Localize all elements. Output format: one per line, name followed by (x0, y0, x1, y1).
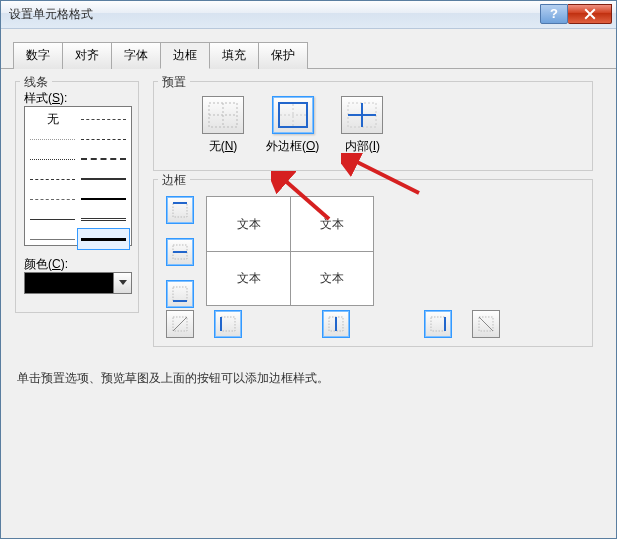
style-label: 样式(S): (24, 90, 67, 107)
border-left-button[interactable] (214, 310, 242, 338)
preset-outline-label: 外边框(O) (266, 138, 319, 155)
line-style-11[interactable] (78, 209, 129, 229)
chevron-down-icon (119, 280, 127, 286)
preset-outline-button[interactable] (272, 96, 314, 134)
help-button[interactable]: ? (540, 4, 568, 24)
border-right-button[interactable] (424, 310, 452, 338)
line-style-2[interactable] (27, 129, 78, 149)
preview-cell-br: 文本 (290, 251, 373, 305)
line-style-7[interactable] (78, 169, 129, 189)
hint-text: 单击预置选项、预览草图及上面的按钮可以添加边框样式。 (17, 370, 329, 387)
preview-cell-tl: 文本 (207, 197, 290, 251)
tab-fill[interactable]: 填充 (209, 42, 259, 69)
preset-none-label: 无(N) (209, 138, 238, 155)
border-hmiddle-button[interactable] (166, 238, 194, 266)
titlebar: 设置单元格格式 ? (1, 1, 616, 29)
border-vmiddle-icon (327, 315, 345, 333)
border-vmiddle-button[interactable] (322, 310, 350, 338)
border-label: 边框 (158, 172, 190, 189)
svg-rect-21 (431, 317, 445, 331)
tab-number[interactable]: 数字 (13, 42, 63, 69)
border-right-icon (429, 315, 447, 333)
svg-rect-13 (173, 287, 187, 301)
preset-inside-label: 内部(I) (345, 138, 380, 155)
color-label: 颜色(C): (24, 256, 68, 273)
tab-border[interactable]: 边框 (160, 42, 210, 69)
line-style-6[interactable] (27, 169, 78, 189)
border-fieldset: 边框 文本 文本 文本 文本 (153, 179, 593, 347)
border-bottom-icon (171, 285, 189, 303)
border-preview[interactable]: 文本 文本 文本 文本 (206, 196, 374, 306)
border-diag-up-icon (171, 315, 189, 333)
color-dropdown-button[interactable] (114, 272, 132, 294)
border-diag-up-button[interactable] (166, 310, 194, 338)
border-bottom-button[interactable] (166, 280, 194, 308)
border-left-icon (219, 315, 237, 333)
svg-rect-9 (173, 203, 187, 217)
line-style-none[interactable]: 无 (27, 109, 78, 129)
tab-protect[interactable]: 保护 (258, 42, 308, 69)
tab-align[interactable]: 对齐 (62, 42, 112, 69)
preview-cell-bl: 文本 (207, 251, 290, 305)
line-style-12[interactable] (27, 229, 78, 249)
preset-none-button[interactable] (202, 96, 244, 134)
preset-label: 预置 (158, 74, 190, 91)
color-picker[interactable] (24, 272, 132, 294)
preset-outline-icon (278, 102, 308, 128)
svg-rect-17 (221, 317, 235, 331)
line-style-8[interactable] (27, 189, 78, 209)
border-top-button[interactable] (166, 196, 194, 224)
border-hmiddle-icon (171, 243, 189, 261)
line-style-10[interactable] (27, 209, 78, 229)
line-style-13[interactable] (78, 229, 129, 249)
border-top-icon (171, 201, 189, 219)
preset-inside-button[interactable] (341, 96, 383, 134)
line-style-picker[interactable]: 无 (24, 106, 132, 246)
line-style-9[interactable] (78, 189, 129, 209)
color-swatch (24, 272, 114, 294)
preview-cell-tr: 文本 (290, 197, 373, 251)
window-title: 设置单元格格式 (9, 6, 540, 23)
preset-inside-icon (347, 102, 377, 128)
tab-font[interactable]: 字体 (111, 42, 161, 69)
preset-fieldset: 预置 无(N) 外边框(O) (153, 81, 593, 171)
line-fieldset: 线条 样式(S): 无 颜色(C): (15, 81, 139, 313)
tab-bar: 数字 对齐 字体 边框 填充 保护 (1, 29, 616, 69)
svg-line-16 (173, 317, 187, 331)
line-style-5[interactable] (78, 149, 129, 169)
border-diag-down-icon (477, 315, 495, 333)
close-button[interactable] (568, 4, 612, 24)
line-style-3[interactable] (78, 129, 129, 149)
line-style-4[interactable] (27, 149, 78, 169)
line-style-1[interactable] (78, 109, 129, 129)
svg-line-24 (479, 317, 493, 331)
preset-none-icon (208, 102, 238, 128)
border-diag-down-button[interactable] (472, 310, 500, 338)
line-label: 线条 (20, 74, 52, 91)
